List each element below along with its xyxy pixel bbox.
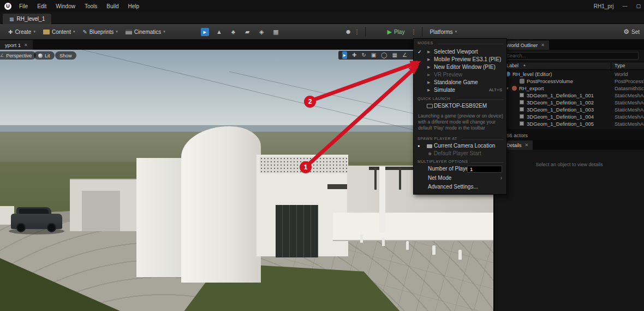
- menu-item-simulate[interactable]: ▶ Simulate ALT+S: [414, 86, 506, 94]
- menu-item-selected-viewport[interactable]: ✓ ▶ Selected Viewport: [414, 48, 506, 56]
- editor-modes-group: ▸ ▲ ♣ ▰ ◈ ▦: [201, 28, 286, 36]
- play-button[interactable]: ▶ Play: [383, 26, 408, 38]
- minimize-button[interactable]: —: [622, 3, 627, 9]
- lit-button[interactable]: Lit: [34, 51, 55, 60]
- tab-rh-level-1[interactable]: ▦ RH_level_1: [3, 14, 51, 24]
- toolbar-separator: [365, 27, 366, 37]
- show-label: Show: [59, 53, 72, 58]
- brush-edit-mode-icon[interactable]: ▦: [272, 28, 280, 36]
- camera-icon: [427, 144, 432, 148]
- number-of-players-input[interactable]: [467, 166, 502, 173]
- content-button[interactable]: Content ▾: [39, 26, 79, 38]
- blueprints-label: Blueprints: [90, 29, 114, 35]
- session-kebab-icon[interactable]: ⋮: [354, 28, 360, 36]
- gear-icon: ⚙: [623, 28, 629, 36]
- menu-item-advanced-settings[interactable]: Advanced Settings...: [414, 183, 506, 191]
- menu-item-net-mode[interactable]: Net Mode ›: [414, 174, 506, 182]
- session-user-icon[interactable]: ☻: [345, 28, 352, 36]
- landscape-mode-icon[interactable]: ▲: [215, 28, 223, 36]
- outliner-search-input[interactable]: [503, 52, 639, 60]
- outliner-row-postprocess[interactable]: PostProcessVolume PostProcessVo: [494, 78, 644, 85]
- viewport-tab[interactable]: yport 1 ✕: [0, 40, 33, 50]
- row-type: StaticMeshAc: [615, 92, 644, 99]
- world-space-icon[interactable]: ◯: [381, 51, 387, 59]
- menu-item-vr-preview: ▶ VR Preview: [414, 71, 506, 79]
- item-label: VR Preview: [434, 71, 462, 79]
- move-tool-icon[interactable]: ✚: [352, 51, 356, 59]
- play-icon: ▶: [387, 28, 391, 36]
- menu-row-number-of-players: Number of Players: [414, 165, 506, 173]
- row-label: 3DGeom_1_Defintion_1_003: [527, 106, 594, 113]
- play-options-kebab-icon[interactable]: ⋮: [410, 28, 416, 36]
- player-start-icon: ☻: [427, 150, 432, 157]
- fracture-mode-icon[interactable]: ◈: [258, 28, 266, 36]
- outliner-row-geom-003[interactable]: 3DGeom_1_Defintion_1_003 StaticMeshAc: [494, 106, 644, 113]
- perspective-button[interactable]: ∠ Perspective: [0, 51, 36, 60]
- play-mode-icon: ▶: [427, 79, 430, 86]
- menu-help[interactable]: Help: [128, 3, 140, 9]
- details-body: Select an object to view details: [494, 150, 644, 311]
- select-mode-icon[interactable]: ▸: [201, 28, 209, 36]
- outliner-row-geom-002[interactable]: 3DGeom_1_Defintion_1_002 StaticMeshAc: [494, 99, 644, 106]
- grid-snap-icon[interactable]: ▦: [392, 51, 397, 59]
- unreal-logo-icon: U: [4, 3, 11, 10]
- menu-item-new-editor-window[interactable]: ▶ New Editor Window (PIE): [414, 63, 506, 71]
- section-rule: [470, 162, 503, 163]
- tab-world-outliner[interactable]: World Outliner ✕: [502, 40, 549, 50]
- menu-edit[interactable]: Edit: [37, 3, 46, 9]
- scale-tool-icon[interactable]: ▣: [371, 51, 376, 59]
- show-button[interactable]: Show: [55, 51, 76, 60]
- create-label: Create: [15, 29, 31, 35]
- outliner-column-header[interactable]: Label ▲ Type: [494, 62, 644, 70]
- outliner-tab-bar: World Outliner ✕: [494, 40, 644, 50]
- rotate-tool-icon[interactable]: ↻: [361, 51, 366, 59]
- static-mesh-icon: [520, 100, 524, 104]
- play-mode-icon: ▶: [427, 86, 430, 94]
- shortcut-label: ALT+S: [489, 86, 502, 94]
- menu-build[interactable]: Build: [106, 3, 118, 9]
- menu-item-current-camera-location[interactable]: ● Current Camera Location: [414, 142, 506, 150]
- details-tab-bar: Details ✕: [494, 140, 644, 150]
- blueprints-icon: ✎: [82, 29, 87, 35]
- settings-button[interactable]: ⚙ Set: [623, 28, 640, 36]
- create-button[interactable]: ✚ Create ▾: [4, 26, 39, 38]
- platforms-button[interactable]: Platforms ▾: [426, 26, 461, 38]
- content-label: Content: [52, 29, 71, 35]
- window-controls: RH1_prj — ▢: [594, 0, 641, 12]
- item-label: Standalone Game: [434, 79, 478, 86]
- outliner-row-geom-005[interactable]: 3DGeom_1_Defintion_1_005 StaticMeshAc: [494, 120, 644, 127]
- spawn-header: SPAWN PLAYER AT: [418, 137, 457, 140]
- menu-item-quick-launch-device[interactable]: DESKTOP-ESB92EM: [414, 102, 506, 110]
- number-of-players-label: Number of Players: [428, 165, 473, 173]
- outliner-row-rh-level[interactable]: ▼ RH_level (Editor) World: [494, 71, 644, 78]
- blueprints-button[interactable]: ✎ Blueprints ▾: [79, 26, 121, 38]
- outliner-row-rh-export[interactable]: ▼ RH_export DatasmithSce: [494, 85, 644, 92]
- row-label: RH_export: [519, 85, 544, 92]
- viewport-tab-close-icon[interactable]: ✕: [24, 43, 28, 48]
- angle-snap-icon[interactable]: ∠: [402, 51, 407, 59]
- restore-button[interactable]: ▢: [636, 3, 641, 9]
- menu-item-standalone-game[interactable]: ▶ Standalone Game: [414, 79, 506, 86]
- menu-file[interactable]: File: [19, 3, 28, 9]
- details-close-icon[interactable]: ✕: [525, 143, 529, 148]
- mesh-paint-mode-icon[interactable]: ▰: [243, 28, 252, 36]
- level-tab-label: RH_level_1: [17, 16, 45, 22]
- cinematics-label: Cinematics: [134, 29, 161, 35]
- cinematics-button[interactable]: Cinematics ▾: [122, 26, 169, 38]
- play-menu-info-text: Launching a game (preview or on device) …: [418, 113, 503, 131]
- static-mesh-icon: [520, 107, 524, 112]
- outliner-row-geom-001[interactable]: 3DGeom_1_Defintion_1_001 StaticMeshAc: [494, 92, 644, 99]
- outliner-row-geom-004[interactable]: 3DGeom_1_Defintion_1_004 StaticMeshAc: [494, 113, 644, 120]
- row-type: StaticMeshAc: [615, 113, 644, 120]
- column-type: Type: [615, 63, 625, 68]
- actor-count: 56 actors: [506, 132, 528, 138]
- row-label: 3DGeom_1_Defintion_1_001: [527, 92, 594, 99]
- foliage-mode-icon[interactable]: ♣: [229, 28, 237, 36]
- menu-tools[interactable]: Tools: [85, 3, 97, 9]
- select-tool-icon[interactable]: ▸: [342, 51, 347, 59]
- play-label: Play: [394, 29, 404, 35]
- outliner-close-icon[interactable]: ✕: [541, 43, 545, 48]
- menu-window[interactable]: Window: [56, 3, 75, 9]
- menu-item-mobile-preview[interactable]: ▶ Mobile Preview ES3.1 (PIE): [414, 56, 506, 63]
- row-label: PostProcessVolume: [527, 78, 573, 85]
